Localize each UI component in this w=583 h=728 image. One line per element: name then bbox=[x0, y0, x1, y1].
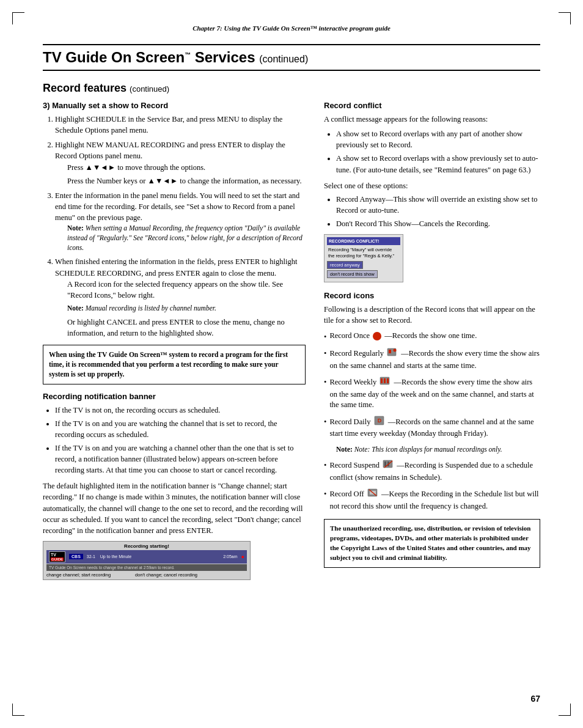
svg-rect-1 bbox=[389, 350, 391, 353]
main-title-bar: TV Guide On Screen™ Services (continued) bbox=[43, 44, 540, 71]
banner-channel: 32-1 bbox=[87, 554, 95, 559]
icon-record-regularly-text: Record Regularly —Records the show every… bbox=[329, 347, 540, 371]
step-3-note: Note: When setting a Manual Recording, t… bbox=[67, 223, 306, 252]
banner-main-row: TVGUIDE CBS 32-1 Up to the Minute 2:05am… bbox=[46, 550, 247, 564]
record-once-icon bbox=[373, 332, 381, 340]
svg-text:D: D bbox=[377, 417, 381, 424]
section-heading: Record features (continued) bbox=[43, 82, 540, 95]
copyright-text: The unauthorized recording, use, distrib… bbox=[330, 524, 531, 561]
bullet-record-regularly: • bbox=[324, 348, 326, 359]
main-title-text: TV Guide On Screen bbox=[43, 49, 185, 65]
notification-bullet-1: If the TV is not on, the recording occur… bbox=[55, 405, 306, 416]
record-regularly-icon bbox=[387, 347, 398, 361]
icon-record-weekly-text: Record Weekly —Records the show every ti… bbox=[329, 376, 540, 411]
conflict-bullet-1: A show set to Record overlaps with any p… bbox=[336, 128, 540, 150]
conflict-mockup-text: Recording "Maury" will override the reco… bbox=[327, 247, 400, 259]
banner-buttons: change channel; start recording don't ch… bbox=[46, 572, 247, 578]
warning-box: When using the TV Guide On Screen™ syste… bbox=[43, 345, 306, 384]
icon-record-daily-text: Record Daily D —Records on the same chan… bbox=[329, 416, 540, 439]
banner-time: 2:05am bbox=[223, 554, 237, 559]
banner-mockup: Recording starting! TVGUIDE CBS 32-1 Up … bbox=[43, 541, 251, 580]
svg-point-2 bbox=[394, 349, 397, 352]
bullet-record-daily: • bbox=[324, 417, 326, 428]
icon-record-weekly: • Record Weekly —Records the show every … bbox=[324, 376, 540, 411]
notification-section: Recording notification banner If the TV … bbox=[43, 392, 306, 580]
left-column: 3) Manually set a show to Record Highlig… bbox=[43, 101, 306, 580]
icon-record-suspend: • Record Suspend —Recording is Suspended… bbox=[324, 459, 540, 483]
banner-notice: TV Guide On Screen needs to change the c… bbox=[46, 564, 247, 571]
step-4-indent-1: A Record icon for the selected frequency… bbox=[67, 279, 306, 301]
step-3-text: Enter the information in the panel menu … bbox=[55, 191, 299, 222]
warning-box-text: When using the TV Guide On Screen™ syste… bbox=[49, 351, 288, 378]
conflict-option-1: Record Anyway—This show will override an… bbox=[336, 194, 540, 216]
icon-record-off-text: Record Off —Keeps the Recording in the S… bbox=[329, 488, 540, 512]
banner-tv-logo: TVGUIDE bbox=[49, 551, 65, 562]
record-daily-icon: D bbox=[374, 416, 385, 429]
notification-bullet-2: If the TV is on and you are watching the… bbox=[55, 418, 306, 440]
notification-section-heading: Recording notification banner bbox=[43, 392, 306, 401]
notification-para: The default highlighted item in the noti… bbox=[43, 480, 306, 536]
record-weekly-icon bbox=[380, 376, 391, 389]
record-icons-section: Record icons Following is a description … bbox=[324, 291, 540, 568]
icon-record-off: • Record Off —Keeps the Recording in the… bbox=[324, 488, 540, 512]
icons-intro: Following is a description of the Record… bbox=[324, 304, 540, 326]
two-column-layout: 3) Manually set a show to Record Highlig… bbox=[43, 101, 540, 580]
svg-rect-5 bbox=[384, 378, 386, 383]
conflict-heading: Record conflict bbox=[324, 101, 540, 110]
bullet-record-weekly: • bbox=[324, 377, 326, 388]
step-3: Enter the information in the panel menu … bbox=[55, 190, 306, 253]
main-steps-list: Highlight SCHEDULE in the Service Bar, a… bbox=[55, 114, 306, 339]
conflict-mockup: RECORDING CONFLICT! Recording "Maury" wi… bbox=[324, 234, 403, 282]
banner-btn2[interactable]: don't change; cancel recording bbox=[135, 572, 197, 578]
main-title-rest: Services bbox=[191, 49, 255, 65]
step-4-text: When finished entering the information i… bbox=[55, 257, 297, 277]
main-title-continued: (continued) bbox=[259, 54, 308, 64]
step-2-indent-1: Press ▲▼◄► to move through the options. bbox=[67, 162, 306, 173]
step-4: When finished entering the information i… bbox=[55, 256, 306, 339]
step-2-text: Highlight NEW MANUAL RECORDING and press… bbox=[55, 141, 285, 160]
corner-mark-tr bbox=[559, 12, 571, 24]
step-4-note: Note: Manual recording is listed by chan… bbox=[67, 303, 306, 313]
main-title: TV Guide On Screen™ Services bbox=[43, 49, 259, 65]
numbered-section-title: 3) Manually set a show to Record bbox=[43, 101, 306, 110]
notification-bullet-3: If the TV is on and you are watching a c… bbox=[55, 443, 306, 476]
conflict-section: Record conflict A conflict message appea… bbox=[324, 101, 540, 282]
icon-record-once-text: Record Once —Records the show one time. bbox=[329, 331, 477, 342]
record-suspend-icon bbox=[383, 459, 394, 472]
chapter-header-text: Chapter 7: Using the TV Guide On Screen™… bbox=[193, 24, 391, 32]
notification-bullets-list: If the TV is not on, the recording occur… bbox=[55, 405, 306, 476]
corner-mark-bl bbox=[12, 704, 24, 716]
bullet-record-suspend: • bbox=[324, 460, 326, 471]
conflict-btn2[interactable]: don't record this show bbox=[327, 270, 378, 278]
icon-record-suspend-text: Record Suspend —Recording is Suspended d… bbox=[329, 459, 540, 483]
right-column: Record conflict A conflict message appea… bbox=[324, 101, 540, 580]
conflict-options-list: Record Anyway—This show will override an… bbox=[336, 194, 540, 229]
conflict-option-2: Don't Record This Show—Cancels the Recor… bbox=[336, 218, 540, 229]
bullet-record-once: • bbox=[324, 332, 326, 343]
step-2: Highlight NEW MANUAL RECORDING and press… bbox=[55, 139, 306, 186]
icons-heading: Record icons bbox=[324, 291, 540, 300]
daily-note: Note: Note: This icon displays for manua… bbox=[336, 444, 540, 454]
icon-record-daily: • Record Daily D —Records on the same ch… bbox=[324, 416, 540, 439]
conflict-para: A conflict message appears for the follo… bbox=[324, 114, 540, 125]
conflict-mockup-header: RECORDING CONFLICT! bbox=[327, 237, 400, 245]
main-title-tm: ™ bbox=[185, 51, 191, 58]
step-2-indent-2: Press the Number keys or ▲▼◄► to change … bbox=[67, 175, 306, 186]
conflict-select: Select one of these options: bbox=[324, 180, 540, 191]
banner-rec-icon: ● bbox=[241, 554, 244, 560]
step-1: Highlight SCHEDULE in the Service Bar, a… bbox=[55, 114, 306, 136]
icon-record-regularly: • Record Regularly —Records the show eve… bbox=[324, 347, 540, 371]
copyright-box: The unauthorized recording, use, distrib… bbox=[324, 519, 540, 568]
banner-btn1[interactable]: change channel; start recording bbox=[46, 572, 111, 578]
chapter-header: Chapter 7: Using the TV Guide On Screen™… bbox=[43, 24, 540, 37]
conflict-btn1[interactable]: record anyway bbox=[327, 261, 363, 269]
page-container: Chapter 7: Using the TV Guide On Screen™… bbox=[0, 0, 583, 728]
bullet-record-off: • bbox=[324, 489, 326, 500]
record-off-icon bbox=[367, 488, 378, 501]
icon-record-once: • Record Once —Records the show one time… bbox=[324, 331, 540, 343]
section-heading-continued: (continued) bbox=[130, 84, 169, 94]
step-4-or: Or highlight CANCEL and press ENTER to c… bbox=[67, 317, 306, 339]
numbered-section: 3) Manually set a show to Record Highlig… bbox=[43, 101, 306, 339]
section-heading-text: Record features bbox=[43, 82, 127, 94]
corner-mark-tl bbox=[12, 12, 24, 24]
